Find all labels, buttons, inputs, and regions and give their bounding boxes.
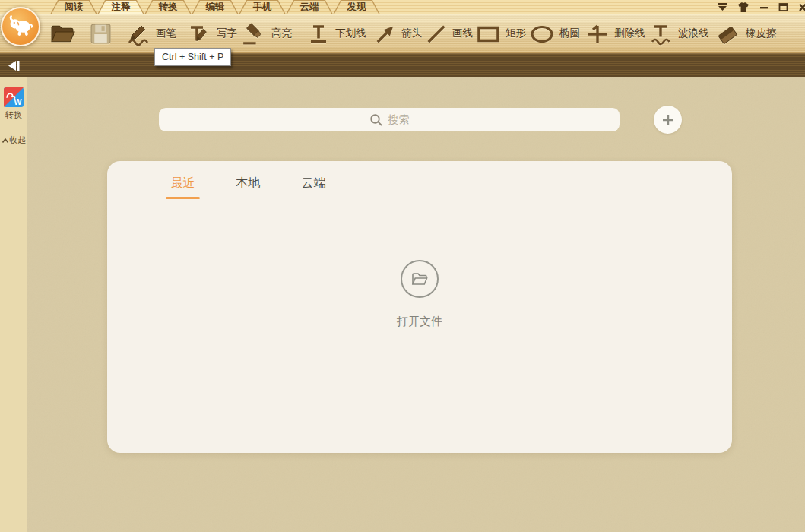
search-input[interactable]	[159, 108, 620, 131]
elephant-mascot-icon	[8, 15, 33, 38]
pdf-to-word-converter-button[interactable]: W 转换	[4, 87, 24, 121]
sidebar-collapse-button[interactable]: 收起	[2, 135, 27, 146]
tool-label: 下划线	[335, 27, 366, 40]
brush-tool[interactable]: 画笔	[124, 14, 176, 52]
tool-label: 写字	[217, 27, 237, 40]
eraser-tool[interactable]: 橡皮擦	[715, 14, 777, 52]
tool-label: 矩形	[506, 27, 526, 40]
save-button[interactable]	[89, 14, 113, 52]
window-controls	[718, 2, 805, 12]
ellipse-tool[interactable]: 椭圆	[529, 14, 580, 52]
tool-label: 高亮	[271, 27, 292, 40]
line-icon	[425, 22, 448, 46]
tool-label: 删除线	[614, 27, 645, 40]
menu-tab-read[interactable]: 阅读	[50, 0, 97, 14]
converter-label: 转换	[5, 109, 22, 121]
svg-text:W: W	[14, 97, 22, 106]
collapse-panel-icon[interactable]	[6, 59, 21, 75]
tool-label: 画笔	[156, 27, 176, 40]
tool-label: 橡皮擦	[746, 27, 777, 40]
tab-label: 本地	[236, 176, 261, 192]
pdf-to-word-icon: W	[4, 87, 24, 107]
write-text-icon	[188, 22, 212, 46]
underline-icon	[306, 22, 331, 46]
rectangle-tool[interactable]: 矩形	[476, 14, 526, 52]
highlight-tool[interactable]: 高亮	[240, 14, 292, 52]
menu-tab-mobile[interactable]: 手机	[239, 0, 286, 14]
app-logo[interactable]	[1, 7, 40, 46]
active-tab-underline	[166, 197, 200, 199]
tab-label: 云端	[302, 176, 326, 192]
eraser-icon	[715, 22, 741, 46]
annotation-toolbar: 画笔 写字 高亮	[0, 14, 805, 53]
rectangle-icon	[476, 22, 501, 46]
wavy-line-tool[interactable]: 波浪线	[648, 14, 709, 52]
strikethrough-tool[interactable]: 删除线	[585, 14, 645, 52]
highlighter-icon	[240, 22, 267, 46]
add-file-button[interactable]	[654, 106, 682, 134]
plus-icon	[661, 113, 675, 127]
tab-underline	[296, 197, 331, 199]
draw-line-tool[interactable]: 画线	[425, 14, 473, 52]
library-card: 最近 本地 云端 打开文件	[107, 161, 732, 453]
folder-open-icon	[49, 22, 77, 46]
tab-recent[interactable]: 最近	[166, 176, 200, 199]
menu-tab-convert[interactable]: 转换	[144, 0, 192, 14]
tool-label: 画线	[452, 27, 473, 40]
close-icon[interactable]	[798, 2, 805, 12]
collapse-label: 收起	[10, 135, 27, 146]
brush-icon	[124, 22, 151, 46]
ellipse-icon	[529, 22, 555, 46]
minimize-icon[interactable]	[759, 2, 769, 12]
app-window: 阅读 注释 转换 编辑 手机 云端 发现	[0, 0, 805, 532]
open-file-circle-button[interactable]	[401, 260, 439, 298]
menu-tab-annotate[interactable]: 注释	[97, 0, 144, 14]
arrow-tool[interactable]: 箭头	[373, 14, 422, 52]
menu-tab-cloud[interactable]: 云端	[286, 0, 333, 14]
tab-label: 最近	[171, 176, 195, 192]
tool-label: 椭圆	[559, 27, 580, 40]
ribbon-collapse-icon[interactable]	[718, 2, 727, 12]
underline-tool[interactable]: 下划线	[306, 14, 366, 52]
strikethrough-icon	[585, 22, 610, 46]
write-tool[interactable]: 写字	[188, 14, 237, 52]
library-tabs: 最近 本地 云端	[107, 161, 732, 199]
maximize-icon[interactable]	[778, 2, 788, 12]
chevron-up-icon	[2, 138, 9, 144]
wavy-line-icon	[648, 22, 673, 46]
save-icon	[89, 22, 113, 46]
skin-icon[interactable]	[737, 2, 750, 13]
empty-state: 打开文件	[107, 260, 732, 329]
menu-tab-edit[interactable]: 编辑	[192, 0, 239, 14]
tool-label: 波浪线	[678, 27, 709, 40]
open-file-button[interactable]	[49, 14, 77, 52]
tool-label: 箭头	[401, 27, 422, 40]
arrow-icon	[373, 22, 397, 46]
menu-tabs: 阅读 注释 转换 编辑 手机 云端 发现	[50, 0, 380, 14]
menu-tab-discover[interactable]: 发现	[333, 0, 380, 14]
tab-local[interactable]: 本地	[231, 176, 265, 199]
tab-cloud[interactable]: 云端	[296, 176, 331, 199]
shortcut-tooltip: Ctrl + Shift + P	[154, 48, 231, 66]
open-file-label: 打开文件	[397, 315, 442, 329]
tab-underline	[231, 197, 265, 199]
collapsed-panel-bar	[0, 53, 805, 77]
search-box: 搜索	[159, 108, 620, 131]
left-sidebar: W 转换 收起	[0, 77, 27, 532]
open-folder-icon	[410, 270, 429, 288]
